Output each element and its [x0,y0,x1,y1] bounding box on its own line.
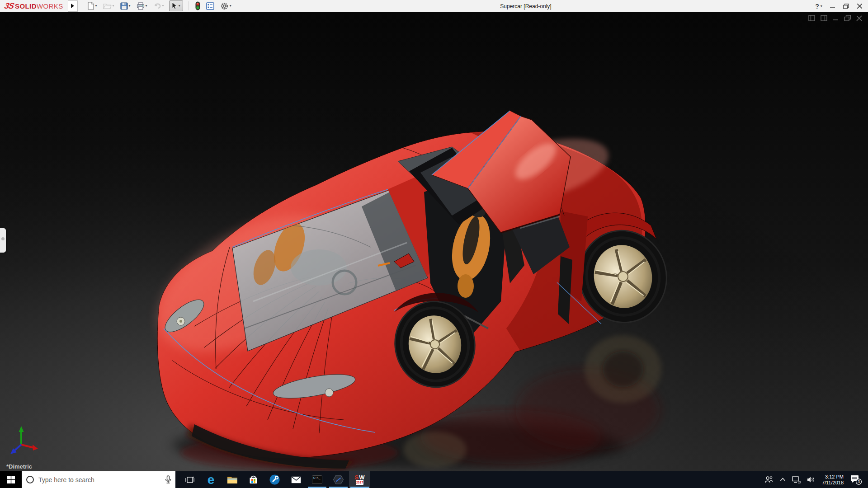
doc-minimize-icon[interactable] [833,15,839,22]
graphics-viewport[interactable]: *Dimetric [0,12,868,471]
store-icon [249,475,258,484]
panel-left-icon[interactable] [808,15,816,22]
open-folder-icon [103,2,112,9]
help-icon: ? [815,3,819,10]
open-document-button[interactable]: ▾ [102,0,115,11]
network-icon [792,476,801,483]
feature-panel-tab[interactable] [0,228,6,253]
doc-restore-icon[interactable] [844,15,851,22]
panel-tab-handle [1,237,5,240]
solidworks-window: 3S SOLID WORKS ▾ ▾ [0,0,868,488]
dropdown-caret[interactable]: ▾ [821,5,822,8]
volume-button[interactable] [804,471,818,488]
report-list-icon [206,2,214,10]
menu-flyout-button[interactable] [68,0,78,12]
chevron-up-icon [780,478,786,482]
help-button[interactable]: ? ▾ [812,0,826,12]
close-button[interactable] [853,0,866,12]
action-center-icon: 3 [850,475,862,485]
options-button[interactable]: ▾ [219,0,232,11]
dropdown-caret: ▾ [162,4,164,8]
taskbar-clock[interactable]: 3:12 PM 7/11/2018 [818,474,847,486]
task-view-button[interactable] [179,471,200,488]
restore-icon [843,4,849,9]
save-button[interactable]: ▾ [119,0,132,11]
clock-date: 7/11/2018 [822,480,844,486]
microphone-icon[interactable] [165,475,171,484]
start-button[interactable] [0,471,22,488]
utility-wrench-button[interactable] [264,471,285,488]
command-prompt-icon: C:\_ [312,475,322,484]
svg-text:C:\_: C:\_ [313,477,321,480]
windows-logo-icon [7,476,15,483]
toolbar-separator [189,1,189,10]
solidworks-app-icon: SW 2017 [355,475,365,485]
dropdown-caret[interactable]: ▾ [230,4,231,8]
printer-icon [137,2,145,10]
dassault-logo-icon: 3S [3,1,14,11]
utility-wrench-icon [269,474,280,485]
search-input[interactable] [38,476,161,483]
car-model-scene [0,12,868,471]
action-center-button[interactable]: 3 [847,471,865,488]
panel-right-icon[interactable] [821,15,828,22]
window-controls: ? ▾ [812,0,866,12]
dropdown-caret: ▾ [113,4,114,8]
mail-icon [291,476,301,483]
windows-taskbar: e [0,471,868,488]
brand-solid: SOLID [15,2,37,10]
dropdown-caret[interactable]: ▾ [146,4,147,8]
network-button[interactable] [789,471,804,488]
tray-overflow-button[interactable] [777,471,789,488]
task-view-icon [185,476,194,484]
people-icon [764,476,774,483]
save-floppy-icon [120,2,128,10]
solidworks-logo: 3S SOLID WORKS [0,1,63,11]
people-button[interactable] [761,471,777,488]
document-window-controls [808,15,863,22]
taskbar-apps: e [179,471,370,488]
print-button[interactable]: ▾ [136,0,148,11]
gear-icon [220,2,229,10]
dropdown-caret[interactable]: ▾ [129,4,131,8]
speaker-icon [807,476,815,483]
display-states-button[interactable] [194,0,201,11]
brand-works: WORKS [37,2,63,10]
solidworks-taskbar-button[interactable]: SW 2017 [349,471,370,488]
close-icon [857,4,862,9]
mail-button[interactable] [285,471,307,488]
new-document-button[interactable]: ▾ [86,0,98,11]
taskbar-search[interactable] [22,471,175,488]
file-explorer-icon [227,475,238,484]
coordinate-triad [5,424,41,460]
file-explorer-button[interactable] [222,471,243,488]
undo-arrow-icon [153,3,161,9]
hexagon-app-button[interactable] [328,471,349,488]
command-prompt-button[interactable]: C:\_ [307,471,328,488]
restore-button[interactable] [839,0,853,12]
design-tree-button[interactable] [205,0,215,11]
minimize-icon [830,4,835,9]
quick-access-toolbar: ▾ ▾ ▾ [86,0,232,12]
dropdown-caret[interactable]: ▾ [95,4,97,8]
select-cursor-icon [172,2,178,9]
dropdown-caret[interactable]: ▾ [179,4,180,8]
minimize-button[interactable] [826,0,839,12]
edge-button[interactable]: e [200,471,222,488]
new-document-icon [87,2,94,10]
store-button[interactable] [243,471,264,488]
document-title: Supercar [Read-only] [500,0,551,12]
traffic-light-icon [195,1,200,10]
notification-badge: 3 [858,479,860,484]
title-bar: 3S SOLID WORKS ▾ ▾ [0,0,868,12]
view-orientation-label: *Dimetric [6,463,32,470]
undo-button[interactable]: ▾ [152,0,165,11]
flyout-arrow-icon [71,4,74,8]
cortana-icon [26,475,34,484]
doc-close-icon[interactable] [856,15,863,22]
select-tool-button[interactable]: ▾ [169,0,183,11]
clock-time: 3:12 PM [825,474,844,480]
edge-icon: e [208,474,215,486]
hexagon-app-icon [333,474,344,485]
system-tray: 3:12 PM 7/11/2018 3 [761,471,868,488]
